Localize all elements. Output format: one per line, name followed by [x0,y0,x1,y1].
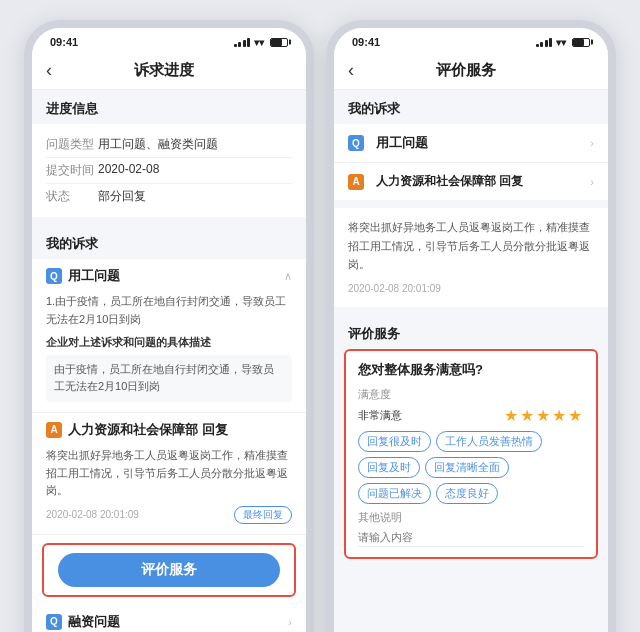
complaint-item-finance: Q 融资问题 › [32,605,306,632]
left-scroll-content[interactable]: 进度信息 问题类型 用工问题、融资类问题 提交时间 2020-02-08 状态 … [32,90,306,632]
right-chevron-1-icon: › [590,137,594,149]
right-badge-q: Q [348,135,364,151]
right-eval-section-header: 评价服务 [334,315,608,349]
right-phone: 09:41 ▾▾ ‹ 评价服务 我的诉求 [326,20,616,632]
right-status-icons: ▾▾ [536,37,591,48]
complaint-reply-body: 将突出抓好异地务工人员返粤返岗工作，精准摸查招工用工情况，引导节后务工人员分散分… [32,447,306,534]
chevron-right-finance-icon: › [288,616,292,628]
eval-question: 您对整体服务满意吗? [358,361,584,379]
reply-body-text: 将突出抓好异地务工人员返粤返岗工作，精准摸查招工用工情况，引导节后务工人员分散分… [46,447,292,500]
satisfaction-label: 满意度 [358,387,394,402]
last-reply-button[interactable]: 最终回复 [234,506,292,524]
right-my-complaint-header: 我的诉求 [334,90,608,124]
right-wifi-icon: ▾▾ [556,37,566,48]
right-status-bar: 09:41 ▾▾ [334,28,608,52]
other-input[interactable] [358,528,584,547]
tag-clear[interactable]: 回复清晰全面 [425,457,509,478]
desc-body-text: 由于疫情，员工所在地自行封闭交通，导致员工无法在2月10日到岗 [46,355,292,402]
other-label: 其他说明 [358,510,584,525]
signal-icon [234,38,251,47]
satisfaction-row-label: 满意度 [358,387,584,402]
left-time: 09:41 [50,36,78,48]
info-row-time: 提交时间 2020-02-08 [46,158,292,184]
right-reply-time: 2020-02-08 20:01:09 [348,280,594,297]
app-container: 09:41 ▾▾ ‹ 诉求进度 进度信息 [4,0,636,632]
complaint-item-work: Q 用工问题 ∧ 1.由于疫情，员工所在地自行封闭交通，导致员工无法在2月10日… [32,259,306,413]
right-nav-bar: ‹ 评价服务 [334,52,608,90]
info-value-status: 部分回复 [98,188,292,205]
right-scroll-content[interactable]: 我的诉求 Q 用工问题 › A 人力资源和社会保障部 回复 › 将突出抓好异地务… [334,90,608,632]
right-reply-text: 将突出抓好异地务工人员返粤返岗工作，精准摸查招工用工情况，引导节后务工人员分散分… [348,218,594,274]
battery-icon [270,38,288,47]
left-phone: 09:41 ▾▾ ‹ 诉求进度 进度信息 [24,20,314,632]
complaint-body-text: 1.由于疫情，员工所在地自行封闭交通，导致员工无法在2月10日到岗 [46,293,292,328]
right-chevron-2-icon: › [590,176,594,188]
tag-solved[interactable]: 问题已解决 [358,483,431,504]
wifi-icon: ▾▾ [254,37,264,48]
my-complaint-section-header: 我的诉求 [32,225,306,259]
right-badge-a: A [348,174,364,190]
info-row-type: 问题类型 用工问题、融资类问题 [46,132,292,158]
stars-rating[interactable]: ★★★★★ [504,406,584,425]
tag-enthusiastic[interactable]: 工作人员发善热情 [436,431,542,452]
progress-section-header: 进度信息 [32,90,306,124]
right-battery-icon [572,38,590,47]
eval-service-button[interactable]: 评价服务 [58,553,280,587]
satisfaction-value: 非常满意 [358,408,504,423]
info-value-time: 2020-02-08 [98,162,292,176]
complaint-finance-header: Q 融资问题 › [32,605,306,632]
progress-info-card: 问题类型 用工问题、融资类问题 提交时间 2020-02-08 状态 部分回复 [32,124,306,217]
right-item1-title: 用工问题 [376,134,590,152]
complaint-work-header: Q 用工问题 ∧ [32,259,306,293]
complaint-reply-header: A 人力资源和社会保障部 回复 [32,413,306,447]
left-status-bar: 09:41 ▾▾ [32,28,306,52]
left-back-button[interactable]: ‹ [46,60,52,81]
reply-time: 2020-02-08 20:01:09 [46,507,139,523]
right-signal-icon [536,38,553,47]
badge-a-reply: A [46,422,62,438]
left-status-icons: ▾▾ [234,37,289,48]
right-complaint-item-work[interactable]: Q 用工问题 › [334,124,608,163]
complaint-work-title: 用工问题 [68,267,284,285]
satisfaction-row-value: 非常满意 ★★★★★ [358,406,584,425]
info-row-status: 状态 部分回复 [46,184,292,209]
eval-btn-wrapper: 评价服务 [42,543,296,597]
info-value-type: 用工问题、融资类问题 [98,136,292,153]
right-complaint-section: Q 用工问题 › A 人力资源和社会保障部 回复 › [334,124,608,200]
complaint-item-reply: A 人力资源和社会保障部 回复 将突出抓好异地务工人员返粤返岗工作，精准摸查招工… [32,413,306,535]
right-item2-title: 人力资源和社会保障部 回复 [376,173,590,190]
right-complaint-item-reply[interactable]: A 人力资源和社会保障部 回复 › [334,163,608,200]
desc-section-title: 企业对上述诉求和问题的具体描述 [46,334,292,352]
tag-attitude[interactable]: 态度良好 [436,483,498,504]
tag-timely[interactable]: 回复很及时 [358,431,431,452]
badge-q-work: Q [46,268,62,284]
right-nav-title: 评价服务 [362,61,570,80]
left-nav-title: 诉求进度 [60,61,268,80]
reply-meta: 2020-02-08 20:01:09 最终回复 [46,506,292,524]
right-reply-content: 将突出抓好异地务工人员返粤返岗工作，精准摸查招工用工情况，引导节后务工人员分散分… [334,208,608,307]
right-back-button[interactable]: ‹ [348,60,354,81]
left-nav-bar: ‹ 诉求进度 [32,52,306,90]
complaint-finance-title: 融资问题 [68,613,288,631]
tag-prompt[interactable]: 回复及时 [358,457,420,478]
right-time: 09:41 [352,36,380,48]
info-label-type: 问题类型 [46,136,98,153]
chevron-up-icon: ∧ [284,270,292,283]
tag-group: 回复很及时 工作人员发善热情 回复及时 回复清晰全面 问题已解决 态度良好 [358,431,584,504]
complaint-work-body: 1.由于疫情，员工所在地自行封闭交通，导致员工无法在2月10日到岗 企业对上述诉… [32,293,306,412]
info-label-time: 提交时间 [46,162,98,179]
complaint-reply-title: 人力资源和社会保障部 回复 [68,421,292,439]
eval-section: 您对整体服务满意吗? 满意度 非常满意 ★★★★★ 回复很及时 工作人员发善热情… [344,349,598,559]
info-label-status: 状态 [46,188,98,205]
complaint-card: Q 用工问题 ∧ 1.由于疫情，员工所在地自行封闭交通，导致员工无法在2月10日… [32,259,306,632]
badge-q-finance: Q [46,614,62,630]
